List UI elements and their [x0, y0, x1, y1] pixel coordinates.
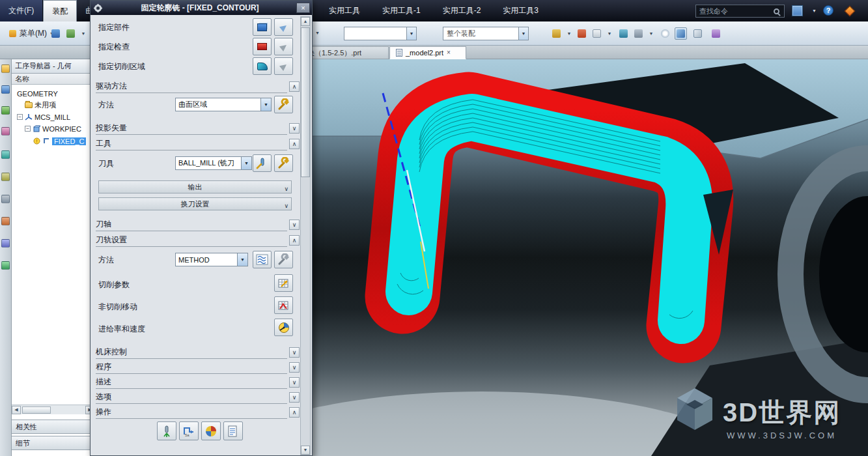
- view-orient-icon[interactable]: [710, 27, 722, 40]
- expand-icon[interactable]: ∨: [289, 392, 300, 403]
- scroll-left-icon[interactable]: ◀: [12, 406, 21, 414]
- specify-part-select-button[interactable]: [274, 18, 293, 36]
- snap-options-chevron-icon[interactable]: ▼: [565, 27, 573, 40]
- ribbon-tab-utility-2[interactable]: 实用工具-2: [432, 0, 492, 21]
- expand-icon[interactable]: ∨: [289, 220, 300, 230]
- resource-part-navigator-icon[interactable]: [1, 127, 10, 135]
- specify-check-select-button[interactable]: [274, 38, 293, 55]
- section-drive-method[interactable]: 驱动方法: [96, 80, 287, 93]
- expand-icon[interactable]: ∨: [284, 183, 288, 195]
- dialog-scrollbar[interactable]: ▲ ▼: [300, 16, 311, 455]
- collapse-icon[interactable]: ∧: [289, 139, 300, 149]
- part-tab-active[interactable]: _model2.prt ×: [389, 46, 466, 59]
- replay-toolpath-button[interactable]: 5a: [179, 421, 199, 440]
- tool-dropdown[interactable]: BALL_MILL (铣刀 ▼: [175, 156, 252, 170]
- toolbar-options-chevron-icon[interactable]: ▼: [809, 5, 820, 16]
- resource-navigator-icon[interactable]: [1, 64, 10, 73]
- notification-icon[interactable]: [844, 5, 855, 16]
- drive-method-dropdown[interactable]: 曲面区域 ▼: [175, 98, 272, 111]
- move-component-icon[interactable]: [64, 27, 77, 40]
- resource-history-icon[interactable]: [1, 217, 10, 225]
- snap-point-icon[interactable]: [550, 27, 563, 40]
- scrollbar-thumb[interactable]: [22, 406, 51, 414]
- filter-dropdown[interactable]: ▼: [344, 27, 417, 40]
- dependencies-panel-header[interactable]: 相关性: [12, 420, 94, 434]
- ribbon-tab-utility[interactable]: 实用工具: [318, 0, 371, 21]
- tab-close-icon[interactable]: ×: [447, 50, 451, 56]
- tree-expander-icon[interactable]: −: [25, 126, 31, 132]
- feeds-speeds-button[interactable]: [274, 319, 293, 336]
- scope-dropdown-arrow-icon[interactable]: ▼: [518, 27, 528, 40]
- ribbon-tab-utility-1[interactable]: 实用工具-1: [371, 0, 432, 21]
- command-search-box[interactable]: [695, 5, 785, 18]
- resource-hd3d-icon[interactable]: [1, 173, 10, 181]
- non-cutting-moves-button[interactable]: [274, 296, 293, 314]
- resource-roles-icon[interactable]: [1, 261, 10, 270]
- point-options-chevron-icon[interactable]: ▼: [606, 27, 613, 40]
- cutting-parameters-button[interactable]: [274, 274, 293, 292]
- section-tool-axis[interactable]: 刀轴: [96, 218, 287, 231]
- specify-cut-area-button[interactable]: [253, 57, 272, 75]
- wireframe-view-icon[interactable]: [692, 27, 704, 40]
- section-program[interactable]: 程序: [96, 361, 287, 374]
- section-machine-control[interactable]: 机床控制: [96, 346, 287, 359]
- navigator-column-header[interactable]: 名称: [12, 74, 94, 85]
- tab-file-menu[interactable]: 文件(F): [0, 0, 43, 21]
- expand-icon[interactable]: ∨: [289, 123, 300, 134]
- selection-filter-icon[interactable]: [632, 27, 645, 40]
- dialog-titlebar[interactable]: 固定轮廓铣 - [FIXED_CONTOUR] ×: [91, 1, 312, 15]
- part-tab-inactive[interactable]: 决（1.5-2.5）.prt: [301, 46, 389, 59]
- navigator-horizontal-scrollbar[interactable]: ◀ ▶: [12, 405, 94, 414]
- new-tool-button[interactable]: [253, 154, 272, 172]
- resource-reuse-icon[interactable]: [1, 150, 10, 159]
- dropdown-arrow-icon[interactable]: ▼: [241, 157, 251, 169]
- window-layout-icon[interactable]: [792, 5, 803, 16]
- search-input[interactable]: [696, 7, 774, 15]
- graphics-viewport[interactable]: 3D世界网 WWW.3DSJW.COM: [313, 59, 868, 456]
- grid-snap-icon[interactable]: [576, 27, 588, 40]
- scroll-up-icon[interactable]: ▲: [301, 17, 310, 26]
- tool-change-group-bar[interactable]: 换刀设置 ∨: [98, 197, 292, 210]
- tab-assembly[interactable]: 装配: [43, 0, 77, 21]
- scroll-down-icon[interactable]: ▼: [301, 446, 310, 455]
- show-hide-icon[interactable]: [659, 27, 671, 40]
- assembly-constraint-icon[interactable]: [49, 27, 62, 40]
- dialog-close-icon[interactable]: ×: [296, 3, 310, 13]
- generate-toolpath-button[interactable]: [157, 421, 176, 440]
- selection-chevron-icon[interactable]: ▼: [647, 27, 655, 40]
- measure-icon[interactable]: [617, 27, 630, 40]
- more-tools-chevron-icon[interactable]: ▼: [79, 27, 87, 40]
- verify-toolpath-button[interactable]: [201, 421, 221, 440]
- dropdown-arrow-icon[interactable]: ▼: [237, 253, 247, 266]
- point-on-face-icon[interactable]: [591, 27, 603, 40]
- section-tool[interactable]: 工具: [96, 137, 287, 150]
- section-actions[interactable]: 操作: [96, 406, 287, 419]
- method-dropdown[interactable]: METHOD ▼: [175, 253, 248, 266]
- resource-web-icon[interactable]: [1, 195, 10, 203]
- help-icon[interactable]: ?: [823, 5, 833, 16]
- collapse-icon[interactable]: ∧: [289, 407, 300, 418]
- ribbon-tab-utility-3[interactable]: 实用工具3: [492, 0, 550, 21]
- section-path-settings[interactable]: 刀轨设置: [96, 234, 287, 247]
- resource-constraints-icon[interactable]: [1, 106, 10, 115]
- new-method-button[interactable]: [253, 251, 272, 268]
- search-icon[interactable]: [774, 8, 779, 14]
- collapse-icon[interactable]: ∧: [289, 81, 300, 92]
- expand-icon[interactable]: ∨: [289, 347, 300, 358]
- edit-tool-button[interactable]: [274, 154, 293, 172]
- filter-dropdown-arrow-icon[interactable]: ▼: [406, 27, 416, 40]
- specify-check-geometry-button[interactable]: [253, 38, 272, 55]
- edit-drive-method-button[interactable]: [274, 96, 293, 113]
- specify-cut-area-select-button[interactable]: [274, 57, 293, 75]
- collapse-icon[interactable]: ∧: [289, 235, 300, 246]
- list-toolpath-button[interactable]: [223, 421, 243, 440]
- specify-part-geometry-button[interactable]: [253, 18, 272, 36]
- resource-assembly-icon[interactable]: [1, 85, 10, 94]
- section-projection-vector[interactable]: 投影矢量: [96, 122, 287, 135]
- hidden-control-chevron-icon[interactable]: ▼: [315, 31, 320, 35]
- details-panel-header[interactable]: 细节: [12, 436, 94, 450]
- scope-dropdown[interactable]: 整个装配 ▼: [443, 27, 529, 40]
- section-options[interactable]: 选项: [96, 391, 287, 404]
- shaded-view-icon[interactable]: [675, 27, 687, 40]
- resource-palette-icon[interactable]: [1, 239, 10, 248]
